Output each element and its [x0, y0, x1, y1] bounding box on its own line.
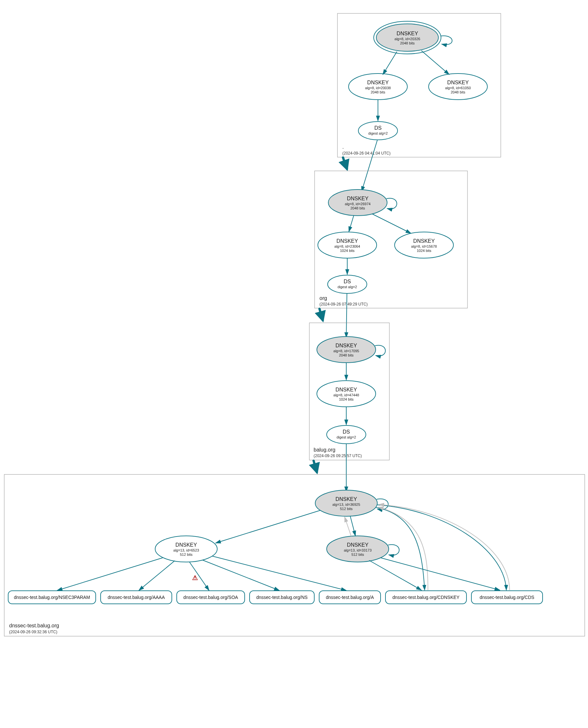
- node-org-ksk: DNSKEY alg=8, id=26974 2048 bits: [328, 189, 387, 216]
- leaf-cdnskey: dnssec-test.balug.org/CDNSKEY: [385, 591, 466, 604]
- svg-point-30: [328, 275, 367, 293]
- svg-text:digest alg=2: digest alg=2: [336, 435, 356, 439]
- zone-org-label: org: [319, 295, 327, 301]
- node-root-zsk1: DNSKEY alg=8, id=20038 2048 bits: [349, 74, 407, 100]
- zone-root: . (2024-09-26 04:41:04 UTC) DNSKEY alg=8…: [337, 14, 501, 157]
- dnssec-graph: . (2024-09-26 04:41:04 UTC) DNSKEY alg=8…: [0, 0, 588, 728]
- svg-text:DNSKEY: DNSKEY: [367, 80, 389, 85]
- svg-text:2048 bits: 2048 bits: [371, 90, 385, 94]
- zone-arrow-org-balug: [319, 309, 323, 320]
- edge: [216, 511, 320, 543]
- edge: [212, 556, 346, 590]
- node-org-zsk2: DNSKEY alg=8, id=15678 1024 bits: [395, 232, 454, 258]
- svg-text:DNSKEY: DNSKEY: [447, 80, 469, 85]
- edge-ds-org: [362, 140, 377, 191]
- svg-text:alg=13, id=36925: alg=13, id=36925: [332, 502, 360, 506]
- node-dt-ksk: DNSKEY alg=13, id=36925 512 bits: [315, 490, 377, 516]
- node-org-ds: DS digest alg=2: [328, 275, 367, 293]
- svg-text:1024 bits: 1024 bits: [417, 249, 432, 253]
- leaf-cds: dnssec-test.balug.org/CDS: [471, 591, 543, 604]
- zone-balug-label: balug.org: [314, 447, 335, 453]
- edge: [383, 51, 397, 75]
- svg-text:2048 bits: 2048 bits: [400, 41, 415, 45]
- node-root-ksk: DNSKEY alg=8, id=20326 2048 bits: [374, 21, 441, 54]
- self-loop-org-ksk: [386, 198, 397, 209]
- svg-text:DNSKEY: DNSKEY: [397, 31, 418, 36]
- node-balug-zsk: DNSKEY alg=8, id=47448 1024 bits: [317, 381, 376, 407]
- self-loop-dt-key3: [388, 545, 399, 556]
- svg-text:DNSKEY: DNSKEY: [347, 196, 369, 201]
- svg-text:alg=8, id=17095: alg=8, id=17095: [334, 349, 359, 353]
- self-loop-balug-ksk: [375, 346, 385, 356]
- svg-text:digest alg=2: digest alg=2: [337, 285, 357, 289]
- svg-text:digest alg=2: digest alg=2: [368, 131, 388, 135]
- svg-text:dnssec-test.balug.org/CDS: dnssec-test.balug.org/CDS: [480, 595, 534, 600]
- node-dt-zsk: DNSKEY alg=13, id=6523 512 bits: [155, 536, 217, 562]
- svg-text:alg=13, id=6523: alg=13, id=6523: [173, 548, 199, 552]
- zone-balug: balug.org (2024-09-26 09:25:57 UTC) DNSK…: [309, 323, 390, 460]
- svg-text:DS: DS: [343, 429, 350, 435]
- svg-text:DNSKEY: DNSKEY: [347, 542, 369, 548]
- edge: [203, 560, 279, 590]
- svg-text:2048 bits: 2048 bits: [339, 353, 354, 357]
- zone-dnssec-test: dnssec-test.balug.org (2024-09-26 09:32:…: [4, 475, 585, 636]
- zone-balug-timestamp: (2024-09-26 09:25:57 UTC): [314, 454, 362, 458]
- svg-text:2048 bits: 2048 bits: [351, 206, 365, 210]
- svg-text:512 bits: 512 bits: [180, 553, 193, 557]
- zone-org: org (2024-09-26 07:49:29 UTC) DNSKEY alg…: [315, 171, 467, 308]
- svg-point-14: [358, 122, 398, 140]
- svg-text:1024 bits: 1024 bits: [339, 397, 354, 401]
- edge: [57, 558, 163, 590]
- zone-root-label: .: [342, 144, 344, 150]
- leaf-ns: dnssec-test.balug.org/NS: [250, 591, 314, 604]
- svg-text:alg=13, id=33173: alg=13, id=33173: [344, 548, 372, 552]
- edge: [349, 215, 354, 232]
- svg-text:DNSKEY: DNSKEY: [413, 238, 435, 244]
- svg-text:2048 bits: 2048 bits: [451, 90, 465, 94]
- svg-text:512 bits: 512 bits: [352, 553, 364, 557]
- svg-text:dnssec-test.balug.org/A: dnssec-test.balug.org/A: [326, 595, 374, 600]
- svg-text:512 bits: 512 bits: [340, 507, 353, 511]
- node-root-ds: DS digest alg=2: [358, 122, 398, 140]
- svg-text:dnssec-test.balug.org/CDNSKEY: dnssec-test.balug.org/CDNSKEY: [392, 595, 460, 600]
- svg-text:DNSKEY: DNSKEY: [336, 238, 358, 244]
- edge: [381, 558, 500, 590]
- zone-org-timestamp: (2024-09-26 07:49:29 UTC): [319, 302, 368, 307]
- svg-text:dnssec-test.balug.org/NSEC3PAR: dnssec-test.balug.org/NSEC3PARAM: [14, 595, 90, 600]
- edge: [377, 505, 506, 590]
- zone-arrow-balug-dt: [314, 461, 317, 472]
- svg-text:alg=8, id=47448: alg=8, id=47448: [334, 393, 359, 397]
- zone-dnssec-label: dnssec-test.balug.org: [9, 623, 59, 628]
- svg-text:alg=8, id=20038: alg=8, id=20038: [365, 86, 391, 90]
- svg-text:alg=8, id=15678: alg=8, id=15678: [411, 244, 437, 248]
- svg-text:DS: DS: [344, 279, 351, 284]
- zone-arrow-root-org: [343, 158, 347, 169]
- self-loop-root-ksk: [441, 36, 452, 45]
- node-org-zsk1: DNSKEY alg=8, id=23064 1024 bits: [318, 232, 377, 258]
- leaf-soa: dnssec-test.balug.org/SOA: [177, 591, 245, 604]
- node-balug-ds: DS digest alg=2: [327, 425, 366, 444]
- leaf-aaaa: dnssec-test.balug.org/AAAA: [101, 591, 172, 604]
- warning-icon: ⚠: [192, 574, 198, 581]
- svg-text:alg=8, id=20326: alg=8, id=20326: [395, 37, 420, 41]
- edge-ds-balug: [346, 294, 347, 337]
- edge: [369, 560, 421, 590]
- svg-text:DNSKEY: DNSKEY: [175, 542, 197, 548]
- zone-dnssec-timestamp: (2024-09-26 09:32:36 UTC): [9, 630, 57, 634]
- leaf-a: dnssec-test.balug.org/A: [319, 591, 381, 604]
- edge: [421, 51, 449, 75]
- edge: [372, 214, 411, 233]
- edge-grey: [344, 517, 351, 536]
- svg-text:1024 bits: 1024 bits: [340, 249, 355, 253]
- svg-text:alg=8, id=61050: alg=8, id=61050: [445, 86, 471, 90]
- svg-text:dnssec-test.balug.org/AAAA: dnssec-test.balug.org/AAAA: [107, 595, 165, 600]
- svg-text:DS: DS: [374, 125, 381, 131]
- svg-text:DNSKEY: DNSKEY: [335, 387, 357, 392]
- svg-rect-45: [4, 475, 585, 636]
- leaf-nsec3param: dnssec-test.balug.org/NSEC3PARAM: [8, 591, 96, 604]
- svg-text:dnssec-test.balug.org/SOA: dnssec-test.balug.org/SOA: [183, 595, 238, 600]
- edge: [139, 561, 175, 590]
- node-dt-key3: DNSKEY alg=13, id=33173 512 bits: [327, 536, 389, 562]
- svg-text:DNSKEY: DNSKEY: [335, 496, 357, 502]
- node-root-zsk2: DNSKEY alg=8, id=61050 2048 bits: [428, 74, 487, 100]
